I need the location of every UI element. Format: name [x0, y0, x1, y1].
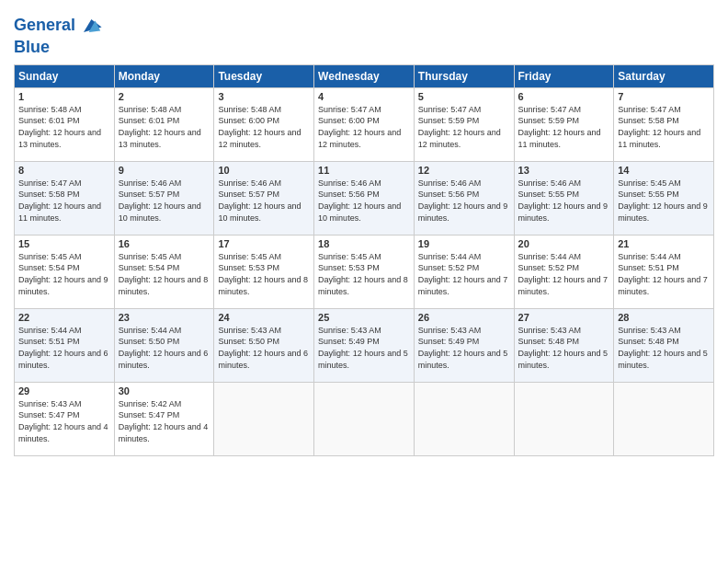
- calendar-table: SundayMondayTuesdayWednesdayThursdayFrid…: [14, 64, 714, 456]
- cell-content: Sunrise: 5:42 AMSunset: 5:47 PMDaylight:…: [119, 398, 210, 444]
- cell-content: Sunrise: 5:45 AMSunset: 5:54 PMDaylight:…: [18, 251, 110, 297]
- day-number: 25: [318, 312, 410, 323]
- day-cell: 29 Sunrise: 5:43 AMSunset: 5:47 PMDaylig…: [15, 382, 115, 455]
- day-cell: 28 Sunrise: 5:43 AMSunset: 5:48 PMDaylig…: [614, 308, 714, 382]
- day-header-friday: Friday: [514, 64, 614, 87]
- day-cell: 15 Sunrise: 5:45 AMSunset: 5:54 PMDaylig…: [15, 235, 115, 308]
- page: General Blue SundayMondayTuesdayWednesda…: [0, 0, 728, 563]
- day-header-thursday: Thursday: [414, 64, 514, 87]
- cell-content: Sunrise: 5:43 AMSunset: 5:49 PMDaylight:…: [418, 325, 510, 371]
- day-cell: 22 Sunrise: 5:44 AMSunset: 5:51 PMDaylig…: [15, 308, 115, 382]
- cell-content: Sunrise: 5:43 AMSunset: 5:48 PMDaylight:…: [618, 325, 710, 371]
- day-cell: 2 Sunrise: 5:48 AMSunset: 6:01 PMDayligh…: [114, 87, 214, 161]
- day-cell: 3 Sunrise: 5:48 AMSunset: 6:00 PMDayligh…: [214, 87, 314, 161]
- week-row-0: 1 Sunrise: 5:48 AMSunset: 6:01 PMDayligh…: [15, 87, 714, 161]
- day-number: 6: [518, 91, 610, 102]
- day-cell: 20 Sunrise: 5:44 AMSunset: 5:52 PMDaylig…: [514, 235, 614, 308]
- calendar-body: 1 Sunrise: 5:48 AMSunset: 6:01 PMDayligh…: [15, 87, 714, 455]
- cell-content: Sunrise: 5:46 AMSunset: 5:57 PMDaylight:…: [218, 178, 310, 224]
- day-cell: 13 Sunrise: 5:46 AMSunset: 5:55 PMDaylig…: [514, 161, 614, 235]
- day-cell: 14 Sunrise: 5:45 AMSunset: 5:55 PMDaylig…: [614, 161, 714, 235]
- day-number: 17: [218, 238, 310, 249]
- cell-content: Sunrise: 5:43 AMSunset: 5:48 PMDaylight:…: [518, 325, 610, 371]
- day-cell: 30 Sunrise: 5:42 AMSunset: 5:47 PMDaylig…: [114, 382, 214, 455]
- cell-content: Sunrise: 5:46 AMSunset: 5:56 PMDaylight:…: [318, 178, 410, 224]
- header: General Blue: [14, 9, 714, 57]
- day-cell: [614, 382, 714, 455]
- day-cell: 4 Sunrise: 5:47 AMSunset: 6:00 PMDayligh…: [314, 87, 415, 161]
- cell-content: Sunrise: 5:44 AMSunset: 5:51 PMDaylight:…: [618, 251, 710, 297]
- cell-content: Sunrise: 5:48 AMSunset: 6:01 PMDaylight:…: [119, 104, 210, 150]
- day-number: 22: [18, 312, 110, 323]
- cell-content: Sunrise: 5:44 AMSunset: 5:52 PMDaylight:…: [518, 251, 610, 297]
- day-cell: 9 Sunrise: 5:46 AMSunset: 5:57 PMDayligh…: [114, 161, 214, 235]
- cell-content: Sunrise: 5:45 AMSunset: 5:53 PMDaylight:…: [218, 251, 310, 297]
- day-number: 5: [418, 91, 510, 102]
- day-cell: 6 Sunrise: 5:47 AMSunset: 5:59 PMDayligh…: [514, 87, 614, 161]
- day-number: 7: [618, 91, 710, 102]
- logo: General Blue: [14, 13, 103, 57]
- day-header-sunday: Sunday: [15, 64, 115, 87]
- day-cell: 10 Sunrise: 5:46 AMSunset: 5:57 PMDaylig…: [214, 161, 314, 235]
- cell-content: Sunrise: 5:46 AMSunset: 5:55 PMDaylight:…: [518, 178, 610, 224]
- day-number: 9: [119, 165, 210, 176]
- cell-content: Sunrise: 5:47 AMSunset: 5:59 PMDaylight:…: [418, 104, 510, 150]
- day-cell: 8 Sunrise: 5:47 AMSunset: 5:58 PMDayligh…: [15, 161, 115, 235]
- logo-text: General: [14, 17, 75, 35]
- cell-content: Sunrise: 5:47 AMSunset: 5:58 PMDaylight:…: [18, 178, 110, 224]
- cell-content: Sunrise: 5:48 AMSunset: 6:01 PMDaylight:…: [18, 104, 110, 150]
- day-cell: 25 Sunrise: 5:43 AMSunset: 5:49 PMDaylig…: [314, 308, 415, 382]
- cell-content: Sunrise: 5:43 AMSunset: 5:47 PMDaylight:…: [18, 398, 110, 444]
- cell-content: Sunrise: 5:43 AMSunset: 5:50 PMDaylight:…: [218, 325, 310, 371]
- day-number: 15: [18, 238, 110, 249]
- cell-content: Sunrise: 5:46 AMSunset: 5:56 PMDaylight:…: [418, 178, 510, 224]
- week-row-3: 22 Sunrise: 5:44 AMSunset: 5:51 PMDaylig…: [15, 308, 714, 382]
- day-cell: 7 Sunrise: 5:47 AMSunset: 5:58 PMDayligh…: [614, 87, 714, 161]
- cell-content: Sunrise: 5:46 AMSunset: 5:57 PMDaylight:…: [119, 178, 210, 224]
- day-number: 20: [518, 238, 610, 249]
- day-cell: 5 Sunrise: 5:47 AMSunset: 5:59 PMDayligh…: [414, 87, 514, 161]
- day-number: 12: [418, 165, 510, 176]
- day-number: 27: [518, 312, 610, 323]
- day-number: 29: [18, 385, 110, 396]
- week-row-1: 8 Sunrise: 5:47 AMSunset: 5:58 PMDayligh…: [15, 161, 714, 235]
- day-number: 28: [618, 312, 710, 323]
- day-header-wednesday: Wednesday: [314, 64, 415, 87]
- day-number: 24: [218, 312, 310, 323]
- day-cell: 27 Sunrise: 5:43 AMSunset: 5:48 PMDaylig…: [514, 308, 614, 382]
- logo-icon: [77, 13, 103, 39]
- day-number: 1: [18, 91, 110, 102]
- day-cell: 19 Sunrise: 5:44 AMSunset: 5:52 PMDaylig…: [414, 235, 514, 308]
- day-cell: 12 Sunrise: 5:46 AMSunset: 5:56 PMDaylig…: [414, 161, 514, 235]
- day-number: 8: [18, 165, 110, 176]
- cell-content: Sunrise: 5:44 AMSunset: 5:50 PMDaylight:…: [119, 325, 210, 371]
- cell-content: Sunrise: 5:47 AMSunset: 5:58 PMDaylight:…: [618, 104, 710, 150]
- day-cell: 17 Sunrise: 5:45 AMSunset: 5:53 PMDaylig…: [214, 235, 314, 308]
- day-header-tuesday: Tuesday: [214, 64, 314, 87]
- cell-content: Sunrise: 5:45 AMSunset: 5:53 PMDaylight:…: [318, 251, 410, 297]
- days-header-row: SundayMondayTuesdayWednesdayThursdayFrid…: [15, 64, 714, 87]
- day-cell: [314, 382, 415, 455]
- day-number: 30: [119, 385, 210, 396]
- day-number: 10: [218, 165, 310, 176]
- day-cell: [214, 382, 314, 455]
- day-header-monday: Monday: [114, 64, 214, 87]
- week-row-4: 29 Sunrise: 5:43 AMSunset: 5:47 PMDaylig…: [15, 382, 714, 455]
- day-header-saturday: Saturday: [614, 64, 714, 87]
- day-cell: 24 Sunrise: 5:43 AMSunset: 5:50 PMDaylig…: [214, 308, 314, 382]
- day-number: 26: [418, 312, 510, 323]
- cell-content: Sunrise: 5:47 AMSunset: 5:59 PMDaylight:…: [518, 104, 610, 150]
- day-cell: 1 Sunrise: 5:48 AMSunset: 6:01 PMDayligh…: [15, 87, 115, 161]
- day-number: 3: [218, 91, 310, 102]
- day-number: 13: [518, 165, 610, 176]
- logo-blue: Blue: [14, 39, 103, 57]
- day-number: 21: [618, 238, 710, 249]
- cell-content: Sunrise: 5:47 AMSunset: 6:00 PMDaylight:…: [318, 104, 410, 150]
- day-number: 19: [418, 238, 510, 249]
- day-number: 23: [119, 312, 210, 323]
- day-number: 16: [119, 238, 210, 249]
- week-row-2: 15 Sunrise: 5:45 AMSunset: 5:54 PMDaylig…: [15, 235, 714, 308]
- cell-content: Sunrise: 5:48 AMSunset: 6:00 PMDaylight:…: [218, 104, 310, 150]
- day-cell: 18 Sunrise: 5:45 AMSunset: 5:53 PMDaylig…: [314, 235, 415, 308]
- cell-content: Sunrise: 5:45 AMSunset: 5:55 PMDaylight:…: [618, 178, 710, 224]
